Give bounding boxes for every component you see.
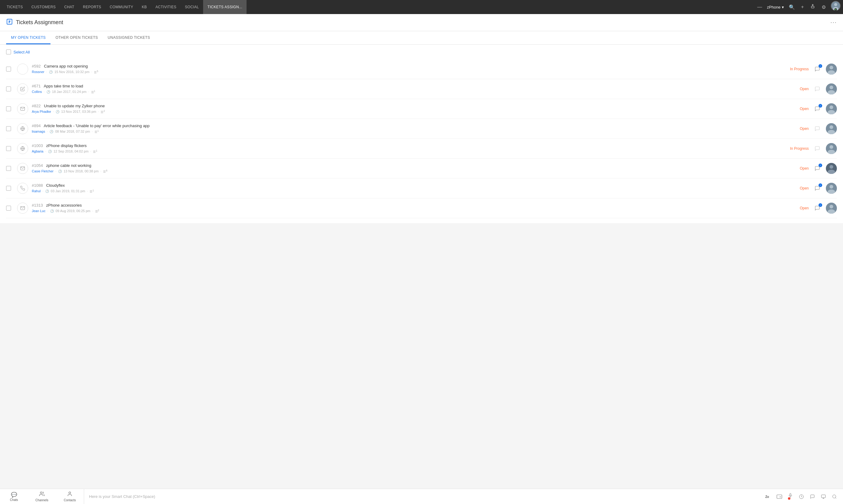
nav-kb[interactable]: KB bbox=[138, 0, 152, 14]
ticket-meta: Jean Luc · 🕐 09 Aug 2019, 06:25 pm · ☰2 bbox=[32, 209, 780, 213]
notification-icon[interactable] bbox=[809, 2, 817, 12]
nav-community[interactable]: COMMUNITY bbox=[106, 0, 138, 14]
chat-icon-wrap[interactable]: ! bbox=[813, 184, 822, 193]
ticket-checkbox[interactable] bbox=[6, 186, 11, 191]
ticket-number: #1088 bbox=[32, 183, 43, 188]
ticket-customer[interactable]: Collins bbox=[32, 90, 42, 93]
svg-point-31 bbox=[829, 185, 833, 188]
ticket-priority-icon: 🕐 bbox=[45, 190, 49, 193]
page-title: Tickets Assignment bbox=[16, 19, 63, 26]
search-icon[interactable]: 🔍 bbox=[788, 3, 796, 11]
ticket-status: In Progress bbox=[784, 67, 809, 71]
ticket-replies-icon: ☰2 bbox=[101, 109, 105, 114]
chat-icon-wrap[interactable]: ! bbox=[813, 204, 822, 212]
select-all-checkbox[interactable] bbox=[6, 50, 11, 54]
ticket-number: #592 bbox=[32, 64, 41, 69]
ticket-main-info: #671 Apps take time to load Collins · 🕐 … bbox=[32, 84, 780, 94]
ticket-customer[interactable]: Rossner bbox=[32, 70, 45, 74]
chat-icon-wrap[interactable]: ! bbox=[813, 65, 822, 73]
ticket-customer[interactable]: Rahul bbox=[32, 189, 41, 193]
select-all-row[interactable]: Select All bbox=[6, 50, 837, 54]
ticket-status: Open bbox=[784, 107, 809, 111]
ticket-checkbox[interactable] bbox=[6, 146, 11, 151]
nav-reports[interactable]: REPORTS bbox=[78, 0, 106, 14]
svg-rect-1 bbox=[811, 6, 814, 8]
table-row[interactable]: #671 Apps take time to load Collins · 🕐 … bbox=[6, 79, 837, 99]
nav-right: — zPhone ▾ 🔍 + ⚙ bbox=[756, 1, 841, 13]
tab-unassigned-tickets[interactable]: UNASSIGNED TICKETS bbox=[103, 31, 155, 44]
add-icon[interactable]: + bbox=[800, 3, 805, 11]
ticket-priority-icon: 🕐 bbox=[49, 70, 53, 74]
ticket-meta: Rahul · 🕐 03 Jan 2019, 01:31 pm · ☰1 bbox=[32, 189, 780, 193]
ticket-right-area: Open bbox=[784, 123, 837, 134]
table-row[interactable]: #1054 zphone cable not working Casie Fle… bbox=[6, 159, 837, 179]
table-row[interactable]: #894 Article feedback - 'Unable to pay' … bbox=[6, 119, 837, 139]
svg-point-3 bbox=[834, 3, 837, 6]
collapse-icon[interactable]: — bbox=[756, 3, 763, 11]
ticket-date: 13 Nov 2018, 00:38 pm bbox=[64, 169, 99, 173]
ticket-date: 08 Mar 2018, 07:32 pm bbox=[55, 130, 90, 133]
nav-activities[interactable]: ACTIVITIES bbox=[151, 0, 180, 14]
chat-icon-wrap[interactable] bbox=[813, 144, 822, 153]
page-icon bbox=[6, 18, 13, 26]
user-avatar-wrap[interactable] bbox=[831, 1, 841, 13]
ticket-replies-icon: ☰1 bbox=[93, 149, 97, 154]
chat-badge: ! bbox=[819, 183, 822, 187]
ticket-checkbox-wrap bbox=[6, 186, 14, 191]
ticket-replies-icon: ☰1 bbox=[94, 129, 99, 133]
chat-icon-wrap[interactable] bbox=[813, 85, 822, 93]
ticket-channel-icon bbox=[17, 84, 28, 94]
ticket-title: #822 Unable to update my Zylker phone bbox=[32, 104, 780, 108]
table-row[interactable]: #1313 zPhone accessories Jean Luc · 🕐 09… bbox=[6, 198, 837, 218]
table-row[interactable]: #1003 zPhone display flickers Agbaria · … bbox=[6, 139, 837, 159]
ticket-checkbox[interactable] bbox=[6, 166, 11, 171]
ticket-status: In Progress bbox=[784, 146, 809, 151]
ticket-status: Open bbox=[784, 87, 809, 91]
chat-badge: ! bbox=[819, 203, 822, 207]
chat-icon-wrap[interactable]: ! bbox=[813, 105, 822, 113]
ticket-list: #592 Camera app not opening Rossner · 🕐 … bbox=[6, 59, 837, 218]
ticket-checkbox[interactable] bbox=[6, 106, 11, 111]
ticket-customer[interactable]: Arya Phadke bbox=[32, 110, 51, 113]
ticket-customer[interactable]: Jean Luc bbox=[32, 209, 46, 213]
ticket-date: 15 Nov 2016, 10:32 pm bbox=[54, 70, 89, 74]
ticket-checkbox[interactable] bbox=[6, 126, 11, 131]
nav-tickets[interactable]: TICKETS bbox=[2, 0, 27, 14]
ticket-checkbox[interactable] bbox=[6, 67, 11, 72]
agent-avatar bbox=[826, 123, 837, 134]
nav-brand[interactable]: zPhone ▾ bbox=[767, 5, 784, 10]
ticket-channel-icon bbox=[17, 143, 28, 154]
table-row[interactable]: #1088 Cloudyflex Rahul · 🕐 03 Jan 2019, … bbox=[6, 179, 837, 198]
agent-avatar bbox=[826, 64, 837, 75]
svg-point-24 bbox=[829, 145, 833, 149]
more-options-button[interactable]: ··· bbox=[830, 19, 837, 26]
nav-social[interactable]: SOCIAL bbox=[180, 0, 203, 14]
settings-icon[interactable]: ⚙ bbox=[820, 3, 827, 11]
ticket-checkbox-wrap bbox=[6, 67, 14, 72]
chat-icon-wrap[interactable] bbox=[813, 124, 822, 133]
nav-items: TICKETS CUSTOMERS CHAT REPORTS COMMUNITY… bbox=[2, 0, 756, 14]
nav-customers[interactable]: CUSTOMERS bbox=[27, 0, 60, 14]
chat-icon-wrap[interactable]: ! bbox=[813, 164, 822, 173]
svg-point-35 bbox=[829, 205, 833, 209]
ticket-replies-icon: ☰2 bbox=[95, 209, 100, 213]
ticket-main-info: #1088 Cloudyflex Rahul · 🕐 03 Jan 2019, … bbox=[32, 183, 780, 193]
ticket-main-info: #592 Camera app not opening Rossner · 🕐 … bbox=[32, 64, 780, 74]
ticket-checkbox[interactable] bbox=[6, 206, 11, 211]
nav-chat[interactable]: CHAT bbox=[60, 0, 78, 14]
ticket-number: #894 bbox=[32, 124, 41, 128]
table-row[interactable]: #822 Unable to update my Zylker phone Ar… bbox=[6, 99, 837, 119]
tab-my-open-tickets[interactable]: MY OPEN TICKETS bbox=[6, 31, 51, 44]
ticket-main-info: #1003 zPhone display flickers Agbaria · … bbox=[32, 143, 780, 154]
ticket-checkbox-wrap bbox=[6, 87, 14, 91]
ticket-date: 18 Jan 2017, 01:24 pm bbox=[52, 90, 87, 93]
nav-tickets-assign[interactable]: TICKETS ASSIGN... bbox=[203, 0, 247, 14]
ticket-checkbox[interactable] bbox=[6, 87, 11, 91]
ticket-customer[interactable]: Agbaria bbox=[32, 149, 43, 153]
ticket-replies-icon: ☰6 bbox=[103, 169, 107, 173]
ticket-status: Open bbox=[784, 186, 809, 191]
tab-other-open-tickets[interactable]: OTHER OPEN TICKETS bbox=[51, 31, 103, 44]
ticket-customer[interactable]: Casie Fletcher bbox=[32, 169, 54, 173]
table-row[interactable]: #592 Camera app not opening Rossner · 🕐 … bbox=[6, 59, 837, 79]
ticket-customer[interactable]: lisamags bbox=[32, 130, 45, 133]
